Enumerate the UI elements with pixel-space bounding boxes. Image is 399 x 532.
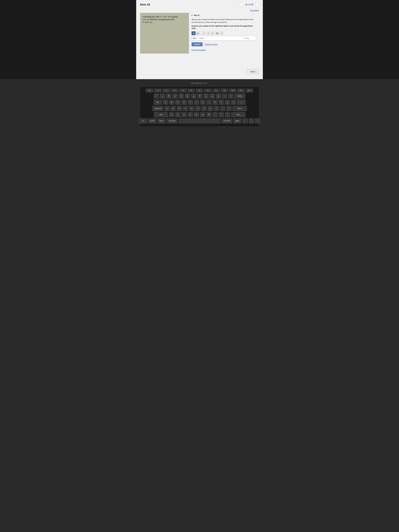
key-f7[interactable]: F7 [204,89,212,93]
key-r[interactable]: R [181,100,187,105]
key-f12[interactable]: F12 [246,89,253,93]
keyboard-button[interactable]: ⌨ [215,32,219,35]
key-control[interactable]: control [148,118,157,124]
key-i[interactable]: I [206,100,212,105]
key-5[interactable]: %5 [185,93,190,99]
key-x[interactable]: X [175,112,181,118]
problem-text-line3: f = 20.0 cm . [142,21,187,24]
key-option-right[interactable]: option [233,118,242,124]
key-lbracket[interactable]: {[ [225,100,230,105]
key-backslash[interactable]: |\ [237,100,246,105]
key-g[interactable]: G [189,106,195,111]
key-t[interactable]: T [188,100,193,105]
key-y[interactable]: Y [194,100,199,105]
key-equals[interactable]: += [228,93,234,99]
key-3[interactable]: #3 [172,93,178,99]
key-fn[interactable]: fn [139,118,147,124]
key-j[interactable]: J [201,106,207,111]
key-f10[interactable]: F10 [229,89,237,93]
key-k[interactable]: K [208,106,213,111]
key-n[interactable]: N [200,112,205,118]
key-f4[interactable]: F4 [179,89,187,93]
key-semicolon[interactable]: :; [220,106,226,111]
key-backtick[interactable]: ~` [154,93,159,99]
refresh-button[interactable]: ↻ [211,32,215,35]
key-shift-left[interactable]: shift [154,112,168,118]
key-rbracket[interactable]: }] [231,100,236,105]
key-u[interactable]: U [200,100,205,105]
key-b[interactable]: B [194,112,199,118]
request-answer-button[interactable]: Request Answer [205,43,218,45]
constants-link[interactable]: Constants [140,9,259,12]
next-arrow-button[interactable]: › [255,3,259,6]
matrix-button[interactable]: ☒ [192,32,196,35]
help-button[interactable]: ? [220,32,224,35]
app-window: Item 42 ‹ 42 of 59 › Constants A divergi… [136,0,263,79]
key-f1[interactable]: F1 [154,89,162,93]
key-p[interactable]: P [219,100,224,105]
key-l[interactable]: L [214,106,219,111]
key-f5[interactable]: F5 [187,89,195,93]
key-arrow-right[interactable]: → [255,118,260,124]
key-s[interactable]: S [170,106,176,111]
key-command-left[interactable]: command [166,118,178,124]
key-space[interactable] [178,118,221,124]
key-f9[interactable]: F9 [221,89,228,93]
key-8[interactable]: *8 [203,93,209,99]
key-9[interactable]: (9 [209,93,215,99]
key-arrow-left[interactable]: ← [242,118,248,124]
key-q[interactable]: Q [163,100,168,105]
key-f8[interactable]: F8 [212,89,220,93]
provide-feedback-button[interactable]: Provide Feedback [192,49,206,51]
key-option-left[interactable]: option [157,118,166,124]
key-arrow-down[interactable]: ↓ [251,121,252,123]
key-o[interactable]: O [212,100,218,105]
key-a[interactable]: A [164,106,170,111]
key-z[interactable]: Z [169,112,174,118]
key-delete[interactable]: delete [234,93,245,99]
key-quote[interactable]: "' [226,106,232,111]
problem-text-line1: A diverging lens with f = -37.5 cm is pl… [142,15,187,18]
key-capslock[interactable]: caps lock [152,106,164,111]
key-f11[interactable]: F11 [237,89,245,93]
key-shift-right[interactable]: shift [231,112,245,118]
prev-arrow-button[interactable]: ‹ [240,3,244,6]
undo-button[interactable]: ↩ [202,32,206,35]
answer-value-input[interactable] [198,36,243,40]
next-button[interactable]: Next › [247,69,259,74]
key-f3[interactable]: F3 [171,89,178,93]
answer-units-input[interactable] [243,36,256,40]
key-arrow-up[interactable]: ↑ [251,119,252,121]
key-e[interactable]: E [175,100,181,105]
key-0[interactable]: )0 [215,93,221,99]
submit-button[interactable]: Submit [192,42,203,46]
key-tab[interactable]: tab [153,100,162,105]
key-4[interactable]: $4 [178,93,184,99]
key-m[interactable]: M [206,112,212,118]
key-f[interactable]: F [183,106,188,111]
key-command-right[interactable]: command [221,118,233,124]
key-h[interactable]: H [195,106,201,111]
key-d[interactable]: D [177,106,182,111]
help-icon: ? [221,32,222,34]
key-w[interactable]: W [169,100,174,105]
zxcv-row: shift Z X C V B N M <, >. ?/ shift [141,112,258,118]
key-1[interactable]: !1 [160,93,165,99]
key-f6[interactable]: F6 [196,89,203,93]
key-return[interactable]: return [232,106,247,111]
content-columns: A diverging lens with f = -37.5 cm is pl… [140,13,259,54]
redo-button[interactable]: ↪ [206,32,210,35]
key-esc[interactable]: esc [146,89,153,93]
key-2[interactable]: @2 [166,93,171,99]
key-period[interactable]: >. [219,112,224,118]
macbook-label: MacBook Air [191,82,208,85]
key-minus[interactable]: _- [222,93,227,99]
key-6[interactable]: ^6 [191,93,196,99]
key-7[interactable]: &7 [197,93,203,99]
mu-button[interactable]: μA [196,32,200,35]
key-comma[interactable]: <, [212,112,218,118]
key-c[interactable]: C [181,112,187,118]
key-f2[interactable]: F2 [162,89,170,93]
key-slash[interactable]: ?/ [225,112,230,118]
key-v[interactable]: V [188,112,193,118]
